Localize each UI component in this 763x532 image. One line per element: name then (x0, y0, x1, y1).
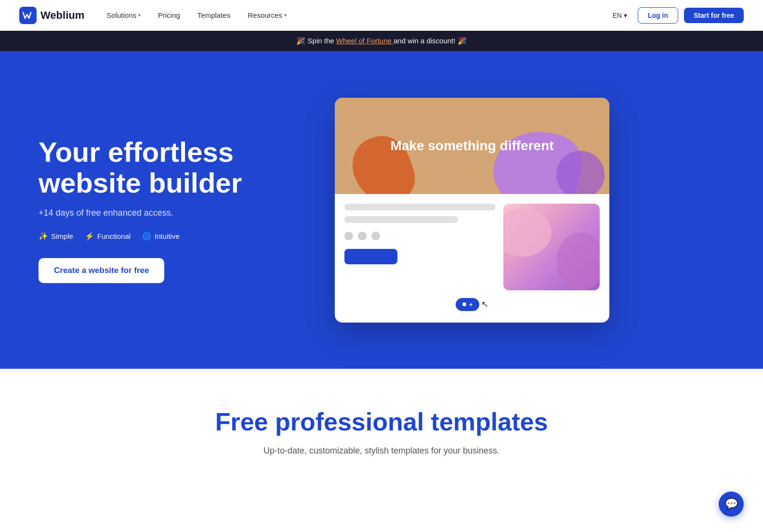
navbar-left: Weblium Solutions ▾ Pricing Templates Re… (19, 7, 293, 24)
nav-solutions[interactable]: Solutions ▾ (100, 7, 147, 23)
hero-visual: Make something different (328, 98, 617, 323)
abstract-shape-purple-small (556, 151, 605, 194)
logo[interactable]: Weblium (19, 7, 84, 24)
hero-subtitle: +14 days of free enhanced access. (39, 208, 299, 218)
hero-card-image-right (503, 204, 600, 290)
nav-resources[interactable]: Resources ▾ (241, 7, 293, 23)
dot-2 (358, 232, 367, 240)
content-line-1 (344, 204, 496, 210)
tooltip-text: + (469, 301, 473, 308)
nav-pricing[interactable]: Pricing (151, 7, 187, 23)
login-button[interactable]: Log in (638, 7, 678, 24)
logo-text: Weblium (40, 9, 84, 22)
content-dots (344, 232, 496, 240)
weblium-logo-icon (19, 7, 37, 24)
content-line-2 (344, 216, 458, 223)
intuitive-icon: 🌀 (142, 232, 152, 241)
lang-chevron-icon: ▾ (624, 12, 627, 19)
pink-shape-bottom (556, 233, 600, 290)
start-for-free-button[interactable]: Start for free (684, 8, 744, 23)
templates-section-title: Free professional templates (39, 407, 724, 436)
tooltip-dot-icon (462, 302, 466, 306)
card-top-text: Make something different (390, 138, 553, 154)
dot-1 (344, 232, 353, 240)
hero-card-body (335, 194, 609, 290)
templates-section: Free professional templates Up-to-date, … (0, 369, 763, 485)
announcement-bar: 🎉 Spin the Wheel of Fortune and win a di… (0, 31, 763, 51)
hero-title: Your effortless website builder (39, 137, 299, 198)
navbar: Weblium Solutions ▾ Pricing Templates Re… (0, 0, 763, 31)
hero-features: ✨ Simple ⚡ Functional 🌀 Intuitive (39, 232, 299, 241)
hero-card-footer: + ↖ (335, 290, 609, 311)
hero-preview-card: Make something different (335, 98, 609, 323)
dot-3 (371, 232, 380, 240)
hero-section: Your effortless website builder +14 days… (0, 51, 763, 369)
card-cta-placeholder (344, 249, 397, 264)
solutions-chevron-icon: ▾ (138, 13, 141, 18)
feature-functional: ⚡ Functional (85, 232, 131, 241)
simple-icon: ✨ (39, 232, 48, 241)
pink-shape-top (503, 208, 552, 257)
hero-card-top-image: Make something different (335, 98, 609, 194)
hero-card-content-left (344, 204, 496, 290)
feature-intuitive: 🌀 Intuitive (142, 232, 180, 241)
feature-simple: ✨ Simple (39, 232, 73, 241)
create-website-button[interactable]: Create a website for free (39, 258, 164, 283)
templates-section-subtitle: Up-to-date, customizable, stylish templa… (39, 446, 724, 456)
functional-icon: ⚡ (85, 232, 94, 241)
wheel-of-fortune-link[interactable]: Wheel of Fortune (336, 37, 394, 45)
feature-intuitive-label: Intuitive (155, 232, 180, 240)
announcement-suffix: and win a discount! 🎉 (394, 37, 467, 45)
card-tooltip: + (456, 298, 480, 311)
navbar-right: EN ▾ Log in Start for free (608, 7, 744, 24)
nav-links: Solutions ▾ Pricing Templates Resources … (100, 7, 293, 23)
resources-chevron-icon: ▾ (284, 13, 287, 18)
cursor-icon: ↖ (481, 299, 488, 310)
announcement-prefix: 🎉 Spin the (296, 37, 336, 45)
feature-functional-label: Functional (97, 232, 131, 240)
language-selector[interactable]: EN ▾ (608, 9, 632, 22)
nav-templates[interactable]: Templates (191, 7, 237, 23)
feature-simple-label: Simple (51, 232, 73, 240)
hero-content: Your effortless website builder +14 days… (39, 137, 299, 283)
